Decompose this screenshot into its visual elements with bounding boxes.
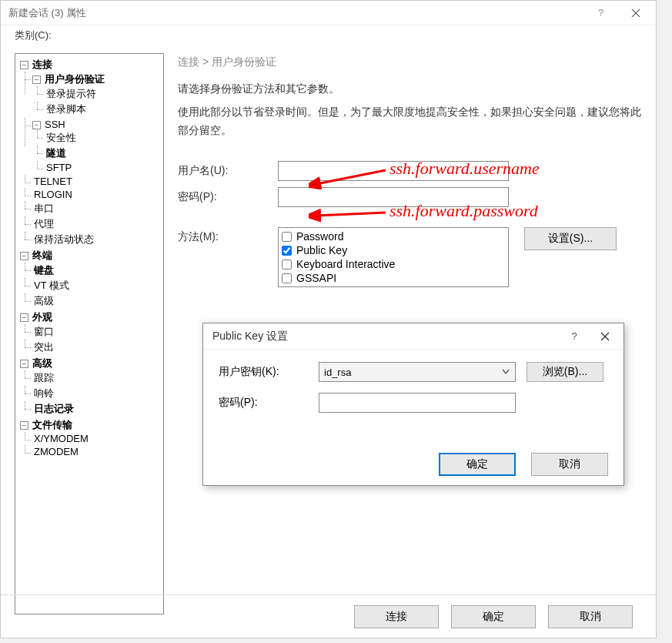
- userkey-label: 用户密钥(K):: [219, 365, 319, 379]
- method-publickey-label: Public Key: [296, 244, 347, 256]
- sub-cancel-button[interactable]: 取消: [531, 453, 608, 476]
- sub-close-button[interactable]: [590, 325, 620, 348]
- method-keyboard-label: Keyboard Interactive: [296, 258, 395, 270]
- tree-advanced[interactable]: 高级: [32, 295, 55, 306]
- tree-trace[interactable]: 跟踪: [32, 372, 55, 383]
- method-gssapi-checkbox[interactable]: [282, 273, 292, 283]
- tree-xymodem[interactable]: X/YMODEM: [32, 433, 90, 444]
- tree-auth[interactable]: 用户身份验证: [43, 73, 106, 85]
- method-keyboard-checkbox[interactable]: [282, 260, 292, 270]
- userkey-combo[interactable]: id_rsa: [319, 362, 516, 382]
- method-label: 方法(M):: [178, 227, 278, 244]
- method-publickey-checkbox[interactable]: [282, 246, 292, 256]
- expand-icon[interactable]: −: [20, 421, 28, 430]
- tree-tunnel[interactable]: 隧道: [45, 147, 68, 159]
- desc-line1: 请选择身份验证方法和其它参数。: [178, 80, 642, 99]
- desc-line2: 使用此部分以节省登录时间。但是，为了最大限度地提高安全性，如果担心安全问题，建议…: [178, 103, 642, 140]
- connect-button[interactable]: 连接: [354, 605, 439, 628]
- category-label: 类别(C):: [1, 25, 656, 45]
- method-gssapi-label: GSSAPI: [296, 272, 336, 284]
- settings-button[interactable]: 设置(S)...: [524, 227, 617, 250]
- method-password-label: Password: [296, 230, 343, 243]
- tree-ssh[interactable]: SSH: [43, 119, 67, 130]
- window-title: 新建会话 (3) 属性: [8, 6, 583, 20]
- tree-serial[interactable]: 串口: [32, 203, 55, 214]
- tree-zmodem[interactable]: ZMODEM: [32, 446, 80, 457]
- close-button[interactable]: [618, 2, 653, 25]
- close-icon: [600, 332, 610, 341]
- tree-sftp[interactable]: SFTP: [45, 162, 73, 173]
- close-icon: [631, 8, 640, 18]
- bottom-bar: 连接 确定 取消: [1, 594, 656, 638]
- tree-connection[interactable]: 连接: [31, 59, 54, 70]
- tree-appearance[interactable]: 外观: [31, 311, 54, 323]
- method-gssapi[interactable]: GSSAPI: [280, 271, 507, 285]
- password-input[interactable]: [278, 187, 509, 207]
- tree-keepalive[interactable]: 保持活动状态: [32, 233, 95, 245]
- userkey-value: id_rsa: [324, 367, 351, 378]
- tree-logging[interactable]: 日志记录: [32, 403, 75, 414]
- tree-filetransfer[interactable]: 文件传输: [31, 419, 74, 430]
- username-label: 用户名(U):: [178, 161, 278, 178]
- tree-advanced2[interactable]: 高级: [31, 357, 54, 369]
- username-input[interactable]: [278, 161, 509, 181]
- ok-button[interactable]: 确定: [451, 605, 536, 628]
- tree-login-prompt[interactable]: 登录提示符: [45, 88, 98, 99]
- chevron-down-icon: [501, 366, 510, 377]
- description: 请选择身份验证方法和其它参数。 使用此部分以节省登录时间。但是，为了最大限度地提…: [178, 80, 642, 139]
- tree-proxy[interactable]: 代理: [32, 218, 55, 229]
- expand-icon[interactable]: −: [32, 121, 41, 129]
- sub-title: Public Key 设置: [212, 330, 559, 343]
- browse-button[interactable]: 浏览(B)...: [527, 362, 603, 382]
- cancel-button[interactable]: 取消: [548, 605, 633, 628]
- sub-password-input[interactable]: [319, 393, 516, 413]
- expand-icon[interactable]: −: [20, 313, 28, 322]
- sub-password-label: 密码(P):: [219, 396, 319, 410]
- password-label: 密码(P):: [178, 187, 278, 204]
- tree-bell[interactable]: 响铃: [32, 387, 55, 399]
- properties-dialog: 新建会话 (3) 属性 ? 类别(C): −连接 −用户身份验证 登录提示符 登…: [0, 0, 657, 638]
- expand-icon[interactable]: −: [20, 61, 28, 69]
- tree-telnet[interactable]: TELNET: [32, 176, 74, 187]
- tree-login-script[interactable]: 登录脚本: [45, 103, 88, 115]
- tree-terminal[interactable]: 终端: [31, 249, 54, 261]
- tree-window[interactable]: 窗口: [32, 326, 55, 337]
- titlebar: 新建会话 (3) 属性 ?: [1, 1, 656, 25]
- method-password-checkbox[interactable]: [282, 232, 292, 242]
- category-tree[interactable]: −连接 −用户身份验证 登录提示符 登录脚本 −SSH 安全性: [15, 53, 164, 615]
- breadcrumb: 连接 > 用户身份验证: [178, 53, 642, 80]
- sub-ok-button[interactable]: 确定: [439, 453, 516, 476]
- tree-keyboard[interactable]: 键盘: [32, 264, 55, 276]
- tree-highlight[interactable]: 突出: [32, 341, 55, 353]
- method-keyboard[interactable]: Keyboard Interactive: [280, 257, 507, 271]
- sub-help-button[interactable]: ?: [559, 325, 590, 348]
- publickey-settings-dialog: Public Key 设置 ? 用户密钥(K): id_rsa 浏览(B)...…: [202, 323, 624, 486]
- tree-vtmode[interactable]: VT 模式: [32, 280, 71, 291]
- help-button[interactable]: ?: [583, 2, 618, 25]
- expand-icon[interactable]: −: [20, 360, 28, 368]
- method-list[interactable]: Password Public Key Keyboard Interactive…: [278, 227, 509, 287]
- sub-titlebar: Public Key 设置 ?: [203, 323, 624, 350]
- expand-icon[interactable]: −: [20, 252, 28, 260]
- tree-rlogin[interactable]: RLOGIN: [32, 189, 74, 200]
- method-publickey[interactable]: Public Key: [280, 243, 507, 257]
- method-password[interactable]: Password: [280, 229, 507, 243]
- expand-icon[interactable]: −: [32, 75, 41, 84]
- tree-security[interactable]: 安全性: [45, 132, 78, 143]
